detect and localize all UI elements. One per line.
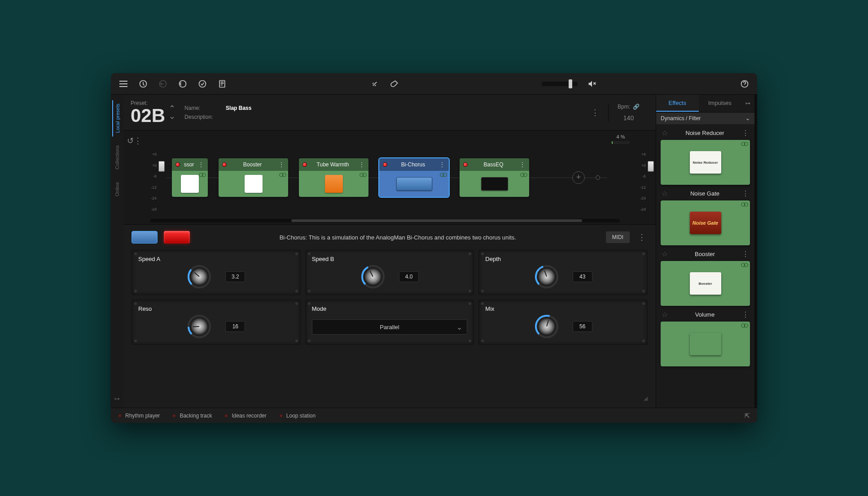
chain-pedal-booster[interactable]: Booster⋮ bbox=[219, 158, 288, 197]
knob-label: Depth bbox=[485, 256, 641, 262]
undo-icon[interactable] bbox=[158, 78, 168, 89]
preset-header: Preset: 02B ⌃ ⌄ Name:Slap Bass Descripti… bbox=[123, 95, 656, 131]
tab-online[interactable]: Online bbox=[113, 178, 122, 200]
mode-select[interactable]: Parallel bbox=[312, 319, 468, 335]
bpm-label: Bpm: bbox=[618, 104, 630, 110]
fx-box-image: Noise Gate bbox=[690, 212, 721, 234]
fx-item-noise-gate[interactable]: ☆Noise Gate⋮Noise Gate bbox=[661, 187, 750, 245]
preset-down-icon[interactable]: ⌄ bbox=[169, 113, 175, 119]
preset-name[interactable]: Slap Bass bbox=[226, 105, 251, 111]
guitar-icon[interactable] bbox=[389, 78, 400, 89]
check-icon[interactable] bbox=[197, 78, 208, 89]
redo-icon[interactable] bbox=[177, 78, 188, 89]
knob-dial[interactable] bbox=[534, 314, 559, 339]
knob-dial[interactable] bbox=[187, 314, 212, 339]
power-led-icon bbox=[222, 162, 227, 167]
fx-preview[interactable] bbox=[661, 322, 750, 366]
chain-pedal-basseq[interactable]: BassEQ⋮ bbox=[460, 158, 529, 197]
fx-more-icon[interactable]: ⋮ bbox=[742, 310, 749, 319]
chain-history-icon[interactable]: ↺⋮ bbox=[123, 131, 145, 224]
power-led-icon bbox=[463, 162, 468, 167]
effect-thumbnail[interactable] bbox=[132, 231, 158, 244]
preset-up-icon[interactable]: ⌃ bbox=[169, 105, 175, 112]
tab-effects[interactable]: Effects bbox=[656, 95, 699, 112]
fx-more-icon[interactable]: ⋮ bbox=[742, 250, 749, 258]
fx-preview[interactable]: Booster bbox=[661, 261, 750, 306]
fx-preview[interactable]: Noise Gate bbox=[661, 200, 750, 245]
name-label: Name: bbox=[184, 105, 220, 111]
link-icon[interactable]: 🔗 bbox=[633, 104, 640, 110]
knob-speed-a: Speed A3.2 bbox=[132, 250, 301, 295]
fx-name: Noise Reducer bbox=[686, 130, 724, 136]
master-volume-slider[interactable] bbox=[542, 82, 578, 86]
tab-local-presets[interactable]: Local presets bbox=[112, 100, 122, 136]
chain-pedal-ssor[interactable]: ssor⋮ bbox=[172, 158, 208, 197]
knob-dial[interactable] bbox=[360, 264, 386, 289]
knob-mix: Mix56 bbox=[478, 300, 648, 345]
right-scrollbar[interactable] bbox=[754, 95, 757, 408]
chain-pedal-tube-warmth[interactable]: Tube Warmth⋮ bbox=[299, 158, 368, 197]
pedal-more-icon[interactable]: ⋮ bbox=[359, 161, 365, 168]
knob-value[interactable]: 56 bbox=[573, 321, 592, 332]
knob-dial[interactable] bbox=[534, 264, 559, 289]
knob-label: Mode bbox=[312, 305, 468, 312]
tab-impulses[interactable]: Impulses bbox=[699, 95, 741, 112]
expand-right-icon[interactable]: ↦ bbox=[741, 100, 754, 107]
favorite-icon[interactable]: ☆ bbox=[662, 129, 668, 137]
resize-handle-icon[interactable]: ◢ bbox=[644, 395, 648, 401]
chain-pedal-bi-chorus[interactable]: Bi-Chorus⋮ bbox=[379, 158, 449, 197]
knob-value[interactable]: 3.2 bbox=[225, 271, 245, 282]
tab-collections[interactable]: Collections bbox=[113, 142, 122, 173]
pedal-more-icon[interactable]: ⋮ bbox=[439, 161, 445, 168]
preset-more-icon[interactable]: ⋮ bbox=[591, 108, 599, 117]
tuner-icon[interactable] bbox=[369, 78, 380, 89]
preset-number[interactable]: 02B bbox=[131, 106, 165, 125]
chain-scrollbar[interactable] bbox=[150, 219, 620, 222]
mute-icon[interactable] bbox=[587, 78, 597, 89]
save-preset-icon[interactable] bbox=[138, 78, 149, 89]
knob-dial[interactable] bbox=[187, 264, 212, 289]
add-effect-button[interactable]: + bbox=[572, 171, 585, 184]
knob-value[interactable]: 4.0 bbox=[399, 271, 419, 282]
knob-mode: ModeParallel bbox=[305, 300, 474, 345]
pedal-name: Tube Warmth bbox=[317, 161, 349, 168]
menu-icon[interactable] bbox=[118, 78, 129, 89]
fx-item-booster[interactable]: ☆Booster⋮Booster bbox=[661, 247, 750, 306]
footer-loop-station[interactable]: Loop station bbox=[279, 413, 316, 419]
fx-name: Booster bbox=[695, 251, 715, 257]
bypass-toggle[interactable] bbox=[164, 231, 190, 244]
collapse-left-icon[interactable]: ↦ bbox=[114, 395, 120, 402]
footer-ideas-recorder[interactable]: Ideas recorder bbox=[224, 413, 266, 419]
fx-more-icon[interactable]: ⋮ bbox=[742, 129, 749, 137]
midi-button[interactable]: MIDI bbox=[606, 231, 630, 243]
knob-value[interactable]: 43 bbox=[573, 271, 592, 282]
output-gain-slider[interactable] bbox=[648, 152, 654, 212]
left-tabs: Local presets Collections Online ↦ bbox=[111, 95, 123, 408]
cpu-meter bbox=[612, 141, 630, 144]
knob-label: Speed A bbox=[138, 256, 294, 262]
bpm-value[interactable]: 140 bbox=[623, 114, 634, 122]
notes-icon[interactable] bbox=[217, 78, 228, 89]
fx-preview[interactable]: Noise Reducer bbox=[661, 140, 750, 185]
pedal-more-icon[interactable]: ⋮ bbox=[519, 161, 526, 168]
favorite-icon[interactable]: ☆ bbox=[662, 310, 668, 319]
footer-expand-icon[interactable]: ⇱ bbox=[745, 412, 750, 419]
fx-item-noise-reducer[interactable]: ☆Noise Reducer⋮Noise Reducer bbox=[661, 126, 750, 185]
fx-more-icon[interactable]: ⋮ bbox=[742, 189, 749, 198]
help-icon[interactable] bbox=[739, 78, 750, 89]
footer-backing-track[interactable]: Backing track bbox=[172, 413, 212, 419]
favorite-icon[interactable]: ☆ bbox=[662, 189, 668, 198]
input-meter-scale: +6+0-6-12-24-inf bbox=[145, 131, 158, 224]
knob-label: Speed B bbox=[312, 256, 468, 262]
knob-value[interactable]: 16 bbox=[225, 321, 245, 332]
pedal-more-icon[interactable]: ⋮ bbox=[278, 161, 285, 168]
detail-more-icon[interactable]: ⋮ bbox=[636, 232, 648, 242]
category-select[interactable]: Dynamics / Filter⌄ bbox=[656, 113, 754, 124]
input-gain-slider[interactable] bbox=[158, 152, 165, 212]
favorite-icon[interactable]: ☆ bbox=[662, 250, 668, 258]
footer-rhythm-player[interactable]: Rhythm player bbox=[118, 413, 160, 419]
pedal-more-icon[interactable]: ⋮ bbox=[198, 161, 204, 168]
knob-reso: Reso16 bbox=[132, 300, 301, 345]
fx-item-volume[interactable]: ☆Volume⋮ bbox=[661, 308, 750, 366]
pedal-name: Bi-Chorus bbox=[401, 161, 425, 168]
